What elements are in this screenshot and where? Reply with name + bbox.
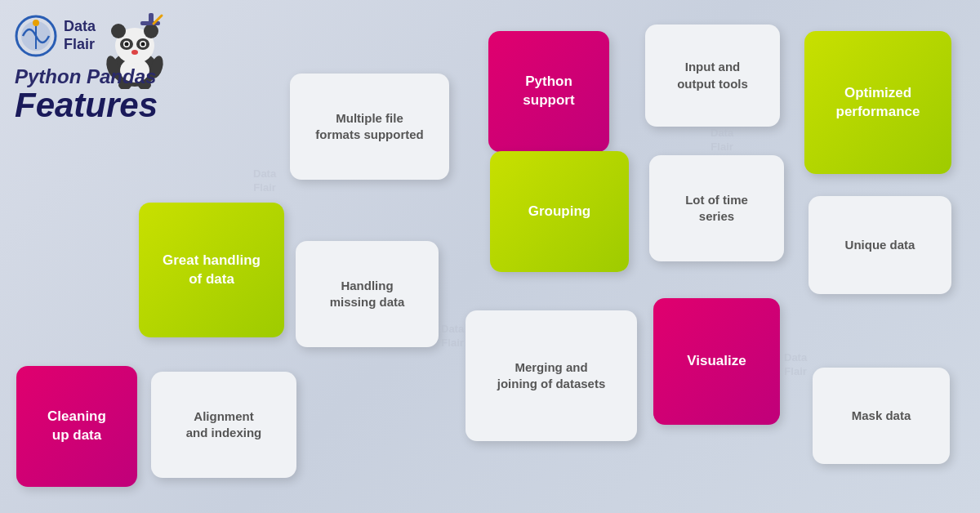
great-handling-card: Great handlingof data (139, 203, 284, 337)
optimized-performance-card: Optimizedperformance (804, 31, 951, 174)
logo-line2: Flair (64, 36, 96, 54)
lot-time-series-card: Lot of timeseries (649, 155, 784, 261)
logo-text: Data Flair (64, 18, 96, 53)
alignment-indexing-card: Alignmentand indexing (151, 372, 296, 478)
handling-missing-card: Handlingmissing data (296, 241, 439, 347)
multiple-file-card: Multiple fileformats supported (290, 74, 449, 180)
merging-joining-card: Merging andjoining of datasets (466, 310, 637, 441)
visualize-card: Visualize (653, 298, 780, 425)
svg-point-14 (131, 50, 138, 55)
input-output-card: Input andoutput tools (645, 25, 780, 127)
svg-point-1 (33, 20, 39, 26)
mask-data-card: Mask data (813, 368, 950, 464)
watermark-2: DataFlair (710, 127, 733, 154)
svg-point-13 (141, 42, 145, 47)
title-python: Python Pandas (15, 65, 158, 88)
svg-point-7 (144, 24, 158, 38)
unique-data-card: Unique data (808, 196, 951, 294)
watermark-3: DataFlair (784, 351, 807, 379)
logo-area: Data Flair (15, 15, 96, 57)
watermark-0: DataFlair (253, 167, 276, 195)
svg-point-12 (125, 42, 129, 47)
python-support-card: Pythonsupport (488, 31, 609, 152)
cleaning-data-card: Cleaningup data (16, 366, 137, 487)
logo-icon (15, 15, 57, 57)
watermark-1: DataFlair (441, 323, 464, 350)
title-area: Python Pandas Features (15, 65, 158, 123)
logo-line1: Data (64, 18, 96, 36)
grouping-card: Grouping (490, 151, 629, 272)
title-features: Features (15, 88, 158, 123)
svg-point-6 (111, 24, 126, 38)
svg-rect-20 (149, 13, 154, 23)
